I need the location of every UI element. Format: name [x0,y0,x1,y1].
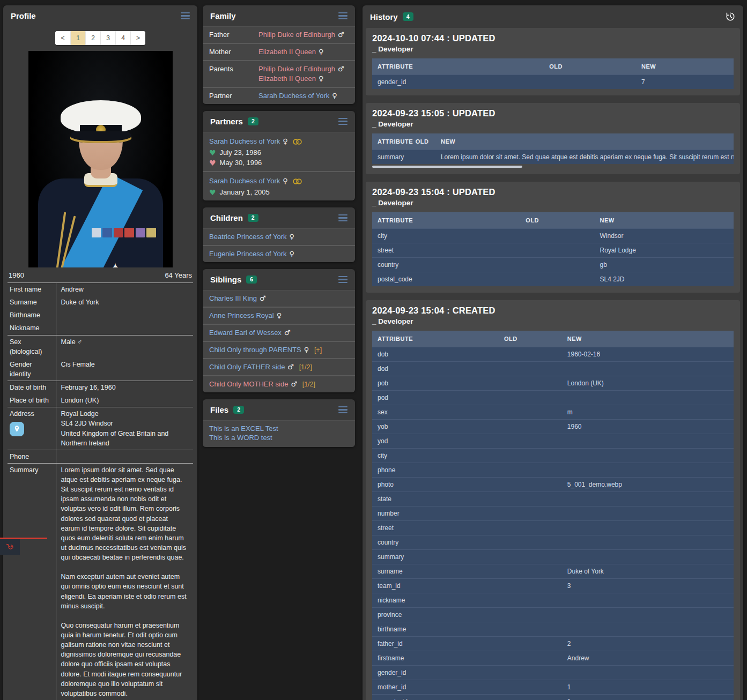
history-table: ATTRIBUTE OLD NEW dob 1960-02-16 dod [372,331,734,700]
files-panel: Files 2 This is an EXCEL TestThis is a W… [203,399,355,447]
family-row: Parents Philip Duke of Edinburgh♂ Elizab… [203,60,355,87]
history-table-row: photo 5_001_demo.webp [372,478,734,492]
person-link[interactable]: Sarah Duchess of York♀ [209,177,290,185]
person-link[interactable]: Child Only FATHER side♂ [209,363,296,371]
profile-photo[interactable]: ✦ [28,51,173,267]
family-row-label: Partner [209,91,258,100]
children-menu-icon[interactable] [338,214,347,222]
history-table-row: nickname [372,593,734,608]
profile-detail-row: Birthname [8,309,193,322]
siblings-menu-icon[interactable] [338,276,347,284]
history-entry-heading: 2024-09-23 15:04 : CREATED [372,306,734,316]
detail-value: Andrew [56,283,193,296]
pagination-page-button[interactable]: 4 [115,31,130,45]
male-icon: ♂ [291,380,297,388]
history-entry: 2024-10-10 07:44 : UPDATED _ Developer A… [366,28,740,95]
detail-label: Date of birth [10,384,46,391]
pagination-next-button[interactable]: > [130,31,145,45]
pagination-page-button[interactable]: 1 [70,31,85,45]
column-old: OLD [410,133,435,150]
partner-item: Sarah Duchess of York♀ ♥ July 23, 1986 ♥ [203,132,355,171]
detail-value: Male ♂ [56,335,193,358]
cell-old [499,608,562,622]
cell-new: 1 [562,680,734,695]
marriage-rings-icon [293,138,302,146]
pagination-page-button[interactable]: 3 [100,31,115,45]
female-icon: ♀ [332,92,337,100]
history-restore-icon[interactable] [725,11,736,22]
partner-item: Sarah Duchess of York♀ ♥ January 1, 2005 [203,171,355,200]
detail-value [56,450,193,463]
history-table-row: summary [372,550,734,564]
person-link[interactable]: Beatrice Princess of York♀ [209,233,294,241]
profile-detail-row: Place of birth London (UK) [8,394,193,407]
person-link[interactable]: Anne Princess Royal♀ [209,311,282,319]
history-table: ATTRIBUTE OLD NEW gender_id 7 [372,58,734,89]
cell-old [499,362,562,376]
cell-new: 1960 [562,420,734,434]
history-entry: 2024-09-23 15:04 : CREATED _ Developer A… [366,300,740,700]
cell-old [499,637,562,651]
history-table-row: state [372,492,734,507]
marriage-heart-icon: ♥ [209,149,216,157]
file-link[interactable]: This is a WORD test [209,433,349,442]
history-entry-user: _ Developer [372,317,734,325]
column-attribute: ATTRIBUTE [372,133,410,150]
person-link[interactable]: Elizabeth II Queen♀ [258,74,349,84]
cell-new: m [562,405,734,420]
female-icon: ♀ [290,233,295,241]
person-link[interactable]: Elizabeth II Queen♀ [258,47,349,57]
female-icon: ♀ [304,346,309,354]
person-link[interactable]: Sarah Duchess of York♀ [209,137,290,145]
laravel-debugbar-icon[interactable] [0,539,20,555]
pagination-page-button[interactable]: 2 [85,31,100,45]
person-link[interactable]: Charles III King♂ [209,294,266,302]
cell-old [499,347,562,362]
cell-old [499,391,562,405]
cell-attribute: number [372,507,499,521]
person-link[interactable]: Child Only through PARENTS♀ [209,346,311,354]
partners-menu-icon[interactable] [338,118,347,125]
profile-detail-row: Surname Duke of York [8,296,193,309]
history-table-row: gender_id [372,666,734,680]
file-link[interactable]: This is an EXCEL Test [209,424,349,433]
person-link[interactable]: Child Only MOTHER side♂ [209,380,299,388]
sibling-item: Anne Princess Royal♀ [203,307,355,324]
person-link[interactable]: Eugenie Princess of York♀ [209,250,294,258]
column-new: NEW [435,133,734,150]
marriage-rings-icon [293,178,302,186]
family-row: Father Philip Duke of Edinburgh♂ [203,27,355,43]
partner-event: ♥ July 23, 1986 [209,148,349,157]
detail-label: First name [10,286,41,293]
cell-attribute: nickname [372,593,499,608]
cell-attribute: yob [372,420,499,434]
profile-menu-icon[interactable] [181,12,190,20]
person-link[interactable]: Philip Duke of Edinburgh♂ [258,64,349,74]
cell-old [499,564,562,579]
profile-detail-row: Address Royal Lodge SL4 2JD Windsor Unit… [8,407,193,450]
files-menu-icon[interactable] [338,406,347,414]
sibling-item: Child Only through PARENTS♀ [+] [203,341,355,358]
history-entry-heading: 2024-09-23 15:05 : UPDATED [372,108,734,118]
column-new: NEW [636,58,734,75]
cell-new: Royal Lodge [594,243,734,258]
profile-panel-header: Profile [3,5,197,26]
male-icon: ♂ [338,31,344,39]
cell-old [499,376,562,391]
pagination-prev-button[interactable]: < [55,31,70,45]
person-link[interactable]: Sarah Duchess of York♀ [258,91,349,101]
cell-attribute: father_id [372,637,499,651]
birth-year: 1960 [9,271,24,279]
cell-new [562,362,734,376]
cell-new: 3 [562,579,734,593]
cell-attribute: surname [372,564,499,579]
family-menu-icon[interactable] [338,12,347,20]
person-link[interactable]: Edward Earl of Wessex♂ [209,329,291,337]
profile-detail-row: First name Andrew [8,283,193,296]
family-row-people: Philip Duke of Edinburgh♂ Elizabeth II Q… [258,64,349,84]
history-table-row: parents_id 1 [372,695,734,700]
map-pin-button[interactable] [10,422,24,436]
horizontal-scrollbar[interactable] [372,166,522,168]
column-new: NEW [562,331,734,347]
person-link[interactable]: Philip Duke of Edinburgh♂ [258,30,349,40]
